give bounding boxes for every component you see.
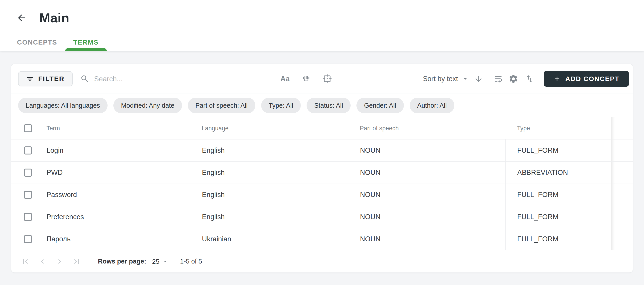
type-cell: FULL_FORM [505, 139, 611, 161]
tab-concepts-label: CONCEPTS [17, 39, 57, 46]
whole-word-button[interactable] [301, 73, 312, 84]
part-of-speech-cell: NOUN [348, 184, 505, 206]
language-cell: English [190, 162, 348, 184]
column-header-part-of-speech[interactable]: Part of speech [348, 125, 505, 132]
chevron-right-icon [55, 257, 64, 266]
pagination-bar: Rows per page: 25 1-5 of 5 [11, 250, 633, 272]
last-page-button[interactable] [71, 256, 82, 267]
rows-per-page-value: 25 [152, 258, 160, 265]
column-header-type[interactable]: Type [505, 125, 611, 132]
rows-per-page-label: Rows per page: [98, 258, 146, 265]
part-of-speech-cell: NOUN [348, 206, 505, 228]
column-header-term[interactable]: Term [45, 125, 190, 132]
wrap-text-icon [493, 74, 503, 84]
filter-chip-gender[interactable]: Gender: All [356, 98, 404, 113]
filter-chip-author[interactable]: Author: All [410, 98, 454, 113]
row-checkbox-cell [11, 206, 45, 228]
import-export-button[interactable] [524, 73, 535, 84]
row-checkbox-cell [11, 162, 45, 184]
row-checkbox-cell [11, 139, 45, 161]
app-header: Main CONCEPTS TERMS [0, 0, 644, 51]
search-input[interactable] [94, 75, 251, 83]
filter-chip-part-of-speech[interactable]: Part of speech: All [188, 98, 255, 113]
term-cell: Password [45, 184, 190, 206]
pinned-column-spacer [611, 117, 633, 139]
pinned-column-spacer [611, 184, 633, 206]
toolbar-right: Sort by text [423, 71, 629, 87]
import-export-icon [525, 74, 534, 84]
sort-select[interactable]: Sort by text [423, 75, 469, 83]
wrap-text-button[interactable] [493, 73, 504, 84]
tab-concepts[interactable]: CONCEPTS [9, 34, 65, 51]
row-checkbox-cell [11, 184, 45, 206]
type-cell: FULL_FORM [505, 206, 611, 228]
filter-chips-row: Languages: All languages Modified: Any d… [11, 94, 633, 117]
add-concept-label: ADD CONCEPT [565, 75, 620, 83]
filter-lines-icon [26, 75, 34, 83]
chevron-down-icon [162, 258, 168, 265]
gear-icon [508, 74, 518, 84]
search-options: Aa [280, 73, 332, 84]
rows-per-page-select[interactable]: 25 [152, 258, 168, 265]
pagination-nav [20, 256, 82, 267]
select-all-checkbox[interactable] [24, 124, 32, 132]
active-tab-indicator [65, 48, 107, 51]
table-row[interactable]: Password English NOUN FULL_FORM [11, 184, 633, 206]
arrow-left-icon [16, 13, 26, 23]
language-cell: English [190, 206, 348, 228]
table-header-row: Term Language Part of speech Type [11, 117, 633, 139]
language-cell: Ukrainian [190, 228, 348, 250]
search-box [80, 74, 251, 83]
filter-chip-status[interactable]: Status: All [306, 98, 350, 113]
terms-table: Term Language Part of speech Type Login … [11, 117, 633, 250]
filter-button[interactable]: FILTER [18, 71, 73, 86]
focus-frame-icon [322, 73, 332, 84]
table-row[interactable]: Пароль Ukrainian NOUN FULL_FORM [11, 228, 633, 250]
table-row[interactable]: Preferences English NOUN FULL_FORM [11, 206, 633, 228]
language-cell: English [190, 139, 348, 161]
header-checkbox-cell [11, 117, 45, 139]
row-checkbox[interactable] [24, 169, 32, 177]
first-page-button[interactable] [20, 256, 31, 267]
filter-chip-languages[interactable]: Languages: All languages [18, 98, 108, 113]
pagination-range: 1-5 of 5 [180, 258, 202, 265]
type-cell: FULL_FORM [505, 228, 611, 250]
first-page-icon [21, 257, 30, 266]
row-checkbox[interactable] [24, 213, 32, 221]
match-case-button[interactable]: Aa [280, 73, 290, 84]
row-checkbox[interactable] [24, 235, 32, 243]
filter-chip-modified[interactable]: Modified: Any date [113, 98, 182, 113]
column-header-language[interactable]: Language [190, 125, 348, 132]
add-concept-button[interactable]: ADD CONCEPT [544, 71, 629, 87]
row-checkbox-cell [11, 228, 45, 250]
filter-button-label: FILTER [38, 75, 64, 83]
tab-terms-label: TERMS [73, 39, 98, 46]
tab-terms[interactable]: TERMS [65, 34, 107, 51]
tab-bar: CONCEPTS TERMS [9, 34, 107, 51]
back-button[interactable] [15, 12, 28, 24]
chevron-down-icon [462, 76, 469, 82]
page-title: Main [39, 10, 69, 25]
pinned-column-spacer [611, 139, 633, 161]
barcode-icon [301, 74, 311, 84]
regex-frame-button[interactable] [322, 73, 332, 84]
part-of-speech-cell: NOUN [348, 139, 505, 161]
table-row[interactable]: Login English NOUN FULL_FORM [11, 139, 633, 161]
row-checkbox[interactable] [24, 146, 32, 154]
last-page-icon [72, 257, 81, 266]
type-cell: ABBREVIATION [505, 162, 611, 184]
row-checkbox[interactable] [24, 191, 32, 199]
settings-button[interactable] [508, 73, 519, 84]
term-cell: Пароль [45, 228, 190, 250]
term-cell: Preferences [45, 206, 190, 228]
chevron-left-icon [38, 257, 47, 266]
table-row[interactable]: PWD English NOUN ABBREVIATION [11, 161, 633, 184]
previous-page-button[interactable] [37, 256, 48, 267]
terms-card: FILTER Aa [11, 64, 633, 273]
search-icon [80, 74, 89, 83]
match-case-icon: Aa [280, 75, 290, 83]
next-page-button[interactable] [54, 256, 65, 267]
sort-label: Sort by text [423, 75, 458, 83]
sort-direction-button[interactable] [473, 73, 484, 84]
filter-chip-type[interactable]: Type: All [261, 98, 301, 113]
